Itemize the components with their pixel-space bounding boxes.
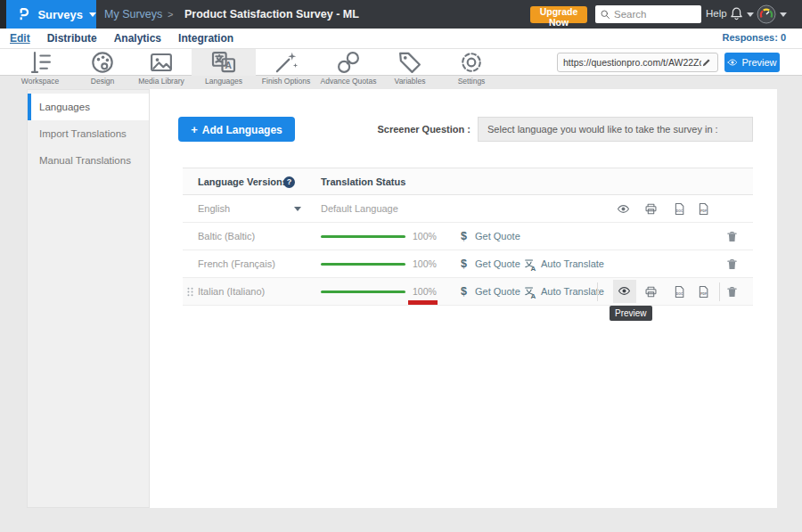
toolbar-item-workspace[interactable]: Workspace: [8, 49, 72, 76]
edit-url-pencil-icon[interactable]: [701, 57, 712, 68]
add-languages-button[interactable]: +Add Languages: [178, 117, 295, 142]
app-menu-surveys[interactable]: Surveys: [6, 0, 96, 29]
toolbar-item-label: Design: [70, 77, 135, 86]
languages-icon: A: [192, 49, 256, 76]
dollar-icon[interactable]: $: [461, 250, 467, 278]
auto-translate-link[interactable]: Auto Translate: [541, 250, 604, 278]
help-icon[interactable]: ?: [283, 176, 295, 188]
main-panel: +Add Languages Screener Question : Selec…: [150, 89, 777, 508]
svg-text:DOC: DOC: [676, 292, 683, 296]
sidebar-item-import-translations[interactable]: Import Translations: [28, 120, 149, 147]
help-link[interactable]: Help: [706, 8, 727, 19]
chevron-down-icon: [780, 12, 787, 17]
notifications-bell-icon[interactable]: [729, 6, 744, 21]
dollar-icon[interactable]: $: [461, 278, 467, 306]
auto-translate-link[interactable]: Auto Translate: [541, 278, 604, 306]
toolbar-item-languages[interactable]: ALanguages: [192, 49, 256, 76]
table-row: Italian (Italiano)100%$Get QuoteAAuto Tr…: [183, 278, 753, 306]
language-name: Italian (Italiano): [198, 278, 265, 306]
survey-url-field[interactable]: https://questionpro.com/t/AW22Zd1S1: [557, 53, 718, 72]
workspace-icon: [8, 49, 72, 76]
auto-translate-icon[interactable]: A: [524, 258, 536, 271]
toolbar-item-label: Workspace: [8, 77, 72, 86]
toolbar-item-finish-options[interactable]: Finish Options: [254, 49, 318, 76]
eye-icon: [618, 284, 631, 298]
toolbar-item-label: Languages: [192, 77, 256, 86]
nav-tab-distribute[interactable]: Distribute: [47, 32, 97, 45]
page-title: Product Satisfaction Survey - ML: [184, 8, 359, 20]
svg-text:A: A: [225, 61, 233, 70]
table-row: EnglishDefault LanguageDOCPDF: [183, 195, 753, 223]
chevron-down-icon: [294, 207, 301, 211]
print-action-icon[interactable]: [644, 202, 658, 216]
search-input[interactable]: [614, 9, 694, 20]
sidebar-item-manual-translations[interactable]: Manual Translations: [28, 147, 149, 174]
language-table-body: EnglishDefault LanguageDOCPDFBaltic (Bal…: [183, 195, 753, 306]
preview-button[interactable]: Preview: [724, 53, 780, 72]
toolbar-item-media-library[interactable]: Media Library: [129, 49, 193, 76]
chevron-down-icon: [747, 12, 754, 17]
design-icon: [70, 49, 135, 76]
preview-button-label: Preview: [741, 57, 776, 68]
svg-text:PDF: PDF: [700, 209, 707, 213]
language-versions-table: Language Versions ? Translation Status E…: [183, 168, 753, 306]
table-row: Baltic (Baltic)100%$Get Quote: [183, 223, 753, 250]
toolbar-item-settings[interactable]: Settings: [439, 49, 503, 76]
global-search-box[interactable]: [595, 5, 701, 23]
toolbar-item-label: Settings: [439, 77, 503, 86]
action-divider: [719, 282, 720, 301]
variables-icon: [378, 49, 442, 76]
pdf-action-icon[interactable]: PDF: [697, 285, 710, 299]
svg-text:DOC: DOC: [676, 209, 683, 213]
nav-tab-edit[interactable]: Edit: [10, 32, 30, 45]
toolbar-item-label: Advance Quotas: [316, 77, 381, 86]
get-quote-link[interactable]: Get Quote: [475, 223, 520, 250]
trash-action-icon[interactable]: [725, 230, 739, 243]
toolbar-item-variables[interactable]: Variables: [378, 49, 442, 76]
get-quote-link[interactable]: Get Quote: [475, 250, 520, 278]
screener-question-select[interactable]: Select language you would like to take t…: [478, 117, 753, 142]
plus-icon: +: [191, 123, 198, 136]
sidebar-item-languages[interactable]: Languages: [28, 94, 149, 120]
toolbar-item-advance-quotas[interactable]: Advance Quotas: [316, 49, 381, 76]
pdf-action-icon[interactable]: PDF: [697, 202, 710, 216]
settings-icon: [439, 49, 503, 76]
responses-count-link[interactable]: Responses: 0: [722, 32, 786, 43]
breadcrumb-my-surveys[interactable]: My Surveys: [104, 8, 162, 20]
get-quote-link[interactable]: Get Quote: [475, 278, 520, 306]
svg-text:A: A: [531, 292, 536, 299]
eye-action-icon[interactable]: [617, 202, 630, 216]
translation-progress-bar: [321, 263, 405, 266]
translation-progress-percent: 100%: [413, 250, 437, 278]
toolbar-item-label: Variables: [378, 77, 442, 86]
window-edge: [0, 0, 6, 29]
doc-action-icon[interactable]: DOC: [673, 202, 686, 216]
annotation-underline: [408, 300, 438, 305]
preview-eye-button[interactable]: [613, 280, 636, 303]
trash-action-icon[interactable]: [725, 258, 739, 271]
nav-items: EditDistributeAnalyticsIntegration: [10, 29, 233, 48]
language-name[interactable]: English: [198, 195, 230, 223]
print-action-icon[interactable]: [644, 285, 658, 299]
table-row: French (Français)100%$Get QuoteAAuto Tra…: [183, 250, 753, 278]
survey-url-text: https://questionpro.com/t/AW22Zd1S1: [563, 57, 701, 68]
auto-translate-icon[interactable]: A: [524, 286, 536, 299]
languages-sidebar: LanguagesImport TranslationsManual Trans…: [27, 89, 150, 508]
trash-action-icon[interactable]: [725, 285, 739, 299]
upgrade-now-button[interactable]: Upgrade Now: [530, 6, 587, 23]
translation-progress-bar: [321, 291, 405, 293]
screener-question-label: Screener Question :: [364, 124, 471, 135]
nav-tab-analytics[interactable]: Analytics: [114, 32, 161, 45]
doc-action-icon[interactable]: DOC: [673, 285, 686, 299]
avatar[interactable]: [757, 4, 776, 24]
app-menu-label: Surveys: [37, 8, 83, 21]
translation-progress-bar: [321, 235, 405, 238]
media-library-icon: [129, 49, 193, 76]
nav-tab-integration[interactable]: Integration: [178, 32, 233, 45]
questionpro-logo-icon: [15, 5, 31, 23]
drag-handle-icon[interactable]: [186, 286, 194, 298]
dollar-icon[interactable]: $: [461, 223, 467, 250]
language-name: French (Français): [198, 250, 275, 278]
toolbar-item-design[interactable]: Design: [70, 49, 135, 76]
action-divider: [597, 282, 598, 301]
